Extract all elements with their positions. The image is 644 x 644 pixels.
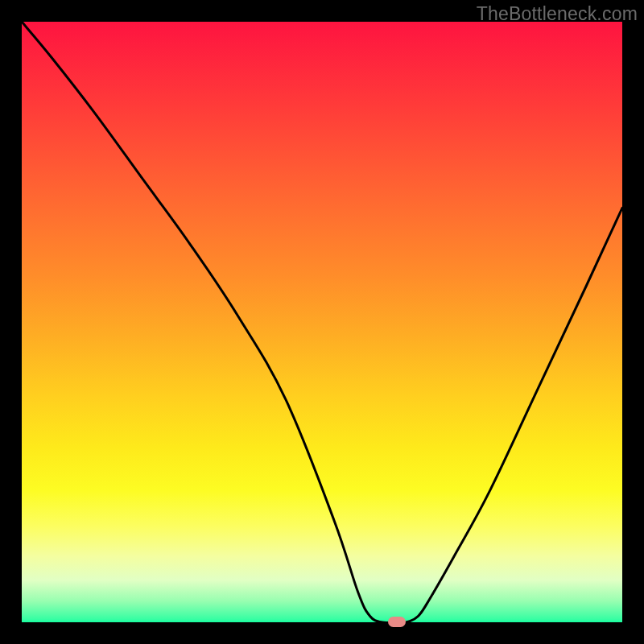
watermark-text: TheBottleneck.com bbox=[477, 3, 638, 25]
bottleneck-curve bbox=[22, 22, 622, 622]
chart-container: TheBottleneck.com bbox=[0, 0, 644, 644]
optimal-marker bbox=[388, 617, 406, 627]
plot-area bbox=[22, 22, 622, 622]
